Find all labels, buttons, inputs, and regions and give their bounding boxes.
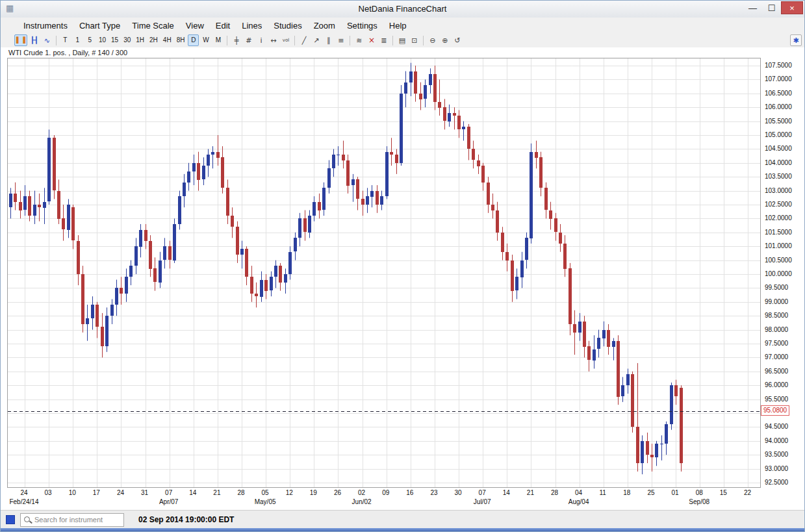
price-tick-label: 97.0000 <box>765 353 788 361</box>
price-tick-label: 102.0000 <box>765 214 792 222</box>
zoom-in-button[interactable]: ⊕ <box>439 34 450 46</box>
tool-channel-button[interactable]: ∥ <box>323 34 334 46</box>
price-tick-label: 102.5000 <box>765 201 792 208</box>
print-button[interactable]: ▤ <box>396 34 407 46</box>
menu-chart-type[interactable]: Chart Type <box>73 19 126 32</box>
interval-2h-button[interactable]: 2H <box>147 34 160 46</box>
menu-edit[interactable]: Edit <box>210 19 236 32</box>
price-tick-label: 93.5000 <box>765 451 788 458</box>
price-tick-label: 98.0000 <box>765 326 788 333</box>
toolbar: ▌▐┠┨∿T151015301H2H4H8HDWM╪#i↔vol╱↗∥≡≋×≣▤… <box>1 33 787 48</box>
date-tick-label: 03 <box>39 489 57 496</box>
interval-weekly-label: W <box>203 37 209 44</box>
window-title: NetDania FinanceChart <box>1 4 804 14</box>
tool-crosshair-button[interactable]: ╪ <box>231 34 242 46</box>
interval-1h-button[interactable]: 1H <box>134 34 146 46</box>
price-tick-label: 99.0000 <box>765 298 788 305</box>
date-tick-label: 07 <box>160 489 178 496</box>
tool-info-button[interactable]: i <box>255 34 266 46</box>
price-tick-label: 100.5000 <box>765 257 792 264</box>
price-tick-label: 105.5000 <box>765 118 792 125</box>
interval-weekly-button[interactable]: W <box>200 34 211 46</box>
interval-tick-button[interactable]: T <box>60 34 71 46</box>
zoom-in-icon: ⊕ <box>442 37 448 44</box>
menu-time-scale[interactable]: Time Scale <box>126 19 180 32</box>
timestamp: 02 Sep 2014 19:00:00 EDT <box>138 515 234 524</box>
price-tick-label: 95.5000 <box>765 396 788 403</box>
zoom-out-button[interactable]: ⊖ <box>427 34 438 46</box>
menu-view[interactable]: View <box>180 19 210 32</box>
interval-1-button[interactable]: 1 <box>72 34 83 46</box>
tool-pan-button[interactable]: ↔ <box>268 34 279 46</box>
menu-lines[interactable]: Lines <box>236 19 268 32</box>
tool-fibonacci-button[interactable]: ≡ <box>335 34 346 46</box>
tool-delete-drawings-button[interactable]: × <box>366 34 377 46</box>
search-icon <box>24 516 30 522</box>
minimize-button[interactable]: — <box>743 1 762 14</box>
interval-5-button[interactable]: 5 <box>84 34 96 46</box>
interval-10-label: 10 <box>99 37 106 44</box>
interval-30-button[interactable]: 30 <box>121 34 133 46</box>
interval-10-button[interactable]: 10 <box>97 34 108 46</box>
price-tick-label: 100.0000 <box>765 270 792 277</box>
zoom-reset-button[interactable]: ↺ <box>452 34 463 46</box>
candlestick-icon: ▌▐ <box>16 38 25 44</box>
price-tick-label: 96.0000 <box>765 381 788 388</box>
interval-15-label: 15 <box>111 37 118 44</box>
search-input[interactable] <box>33 515 119 524</box>
date-tick-label: 28 <box>232 489 250 496</box>
date-tick-label: 09 <box>377 489 395 496</box>
interval-monthly-button[interactable]: M <box>212 34 224 46</box>
menu-help[interactable]: Help <box>383 19 413 32</box>
close-button[interactable]: × <box>781 1 803 14</box>
interval-8h-label: 8H <box>177 37 185 44</box>
menu-settings[interactable]: Settings <box>341 19 383 32</box>
tool-indicators-button[interactable]: ≣ <box>378 34 389 46</box>
month-tick-label: Jul/07 <box>461 498 503 505</box>
price-chart-canvas[interactable] <box>7 58 761 488</box>
maximize-button[interactable]: ☐ <box>762 1 781 14</box>
price-tick-label: 104.5000 <box>765 145 792 152</box>
tool-trendline-button[interactable]: ╱ <box>298 34 309 46</box>
toolbar-separator <box>392 36 393 45</box>
toolbar-separator <box>56 36 57 45</box>
menu-zoom[interactable]: Zoom <box>308 19 341 32</box>
netdania-star-button[interactable]: ✱ <box>790 34 802 46</box>
interval-4h-button[interactable]: 4H <box>161 34 173 46</box>
window-controls: — ☐ × <box>743 1 803 14</box>
date-tick-label: 24 <box>15 489 33 496</box>
date-tick-label: 10 <box>63 489 81 496</box>
price-tick-label: 92.5000 <box>765 479 788 486</box>
tool-volume-button[interactable]: vol <box>280 34 291 46</box>
app-window: ▦ NetDania FinanceChart — ☐ × Instrument… <box>0 0 805 532</box>
interval-1-label: 1 <box>76 37 80 44</box>
statusbar: 02 Sep 2014 19:00:00 EDT <box>1 510 804 529</box>
interval-4h-label: 4H <box>163 37 172 44</box>
price-tick-label: 104.0000 <box>765 159 792 166</box>
star-icon: ✱ <box>793 37 799 44</box>
menu-instruments[interactable]: Instruments <box>18 19 73 32</box>
tool-grid-button[interactable]: # <box>243 34 254 46</box>
price-tick-label: 97.5000 <box>765 340 788 347</box>
chart-type-line-button[interactable]: ∿ <box>42 34 53 46</box>
toolbar-separator <box>423 36 424 45</box>
price-tick-label: 106.0000 <box>765 103 792 110</box>
price-tick-label: 94.5000 <box>765 423 788 430</box>
time-axis: 2403101724310714212805121926020916233007… <box>7 488 761 510</box>
chart-type-candlestick-button[interactable]: ▌▐ <box>14 34 27 46</box>
date-tick-label: 31 <box>136 489 154 496</box>
date-tick-label: 30 <box>449 489 467 496</box>
date-tick-label: 25 <box>642 489 660 496</box>
menu-studies[interactable]: Studies <box>268 19 307 32</box>
interval-8h-button[interactable]: 8H <box>175 34 187 46</box>
volume-icon: vol <box>283 38 289 43</box>
zoom-region-button[interactable]: ⊡ <box>409 34 420 46</box>
tool-ray-button[interactable]: ↗ <box>311 34 322 46</box>
interval-daily-button[interactable]: D <box>188 34 199 46</box>
link-square-icon[interactable] <box>6 515 15 524</box>
date-tick-label: 24 <box>111 489 129 496</box>
interval-15-button[interactable]: 15 <box>109 34 120 46</box>
chart-type-bars-button[interactable]: ┠┨ <box>29 34 40 46</box>
grid-icon: # <box>246 37 251 44</box>
tool-annotations-button[interactable]: ≋ <box>353 34 364 46</box>
